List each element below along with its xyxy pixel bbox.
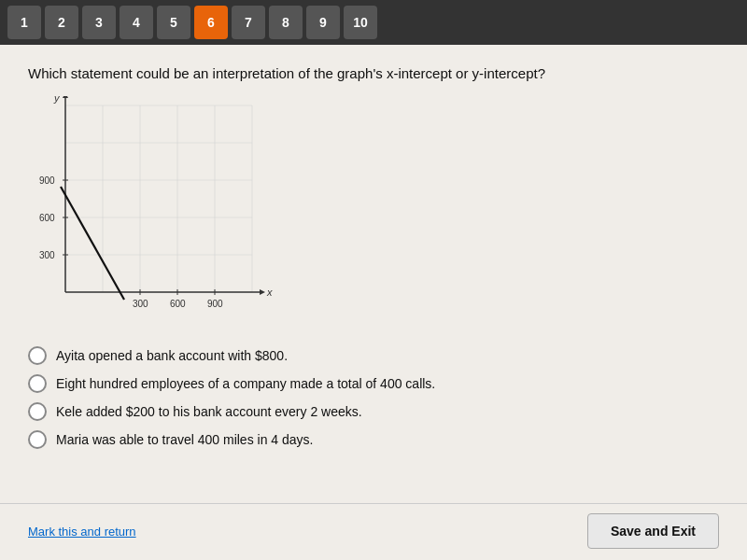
radio-a[interactable] xyxy=(28,346,47,365)
nav-btn-10[interactable]: 10 xyxy=(344,6,377,39)
svg-text:600: 600 xyxy=(170,299,186,309)
answer-choices: Ayita opened a bank account with $800.Ei… xyxy=(28,346,719,449)
radio-d[interactable] xyxy=(28,430,47,449)
graph-wrapper: y x 300 600 900 300 600 900 xyxy=(28,96,280,329)
choice-label-c: Kele added $200 to his bank account ever… xyxy=(56,404,362,419)
nav-btn-4[interactable]: 4 xyxy=(120,6,153,39)
choice-label-a: Ayita opened a bank account with $800. xyxy=(56,348,288,363)
nav-btn-8[interactable]: 8 xyxy=(269,6,303,39)
nav-btn-2[interactable]: 2 xyxy=(45,6,78,39)
graph-container: y x 300 600 900 300 600 900 xyxy=(28,96,719,329)
choice-item-b[interactable]: Eight hundred employees of a company mad… xyxy=(28,374,719,393)
mark-return-link[interactable]: Mark this and return xyxy=(28,525,136,539)
nav-btn-1[interactable]: 1 xyxy=(7,6,41,39)
choice-item-c[interactable]: Kele added $200 to his bank account ever… xyxy=(28,402,719,421)
nav-btn-7[interactable]: 7 xyxy=(232,6,265,39)
svg-text:x: x xyxy=(266,287,273,298)
svg-text:300: 300 xyxy=(39,250,55,260)
svg-text:600: 600 xyxy=(39,213,55,223)
svg-text:900: 900 xyxy=(207,299,223,309)
radio-b[interactable] xyxy=(28,374,47,393)
bottom-bar: Mark this and return Save and Exit xyxy=(0,503,747,560)
choice-item-a[interactable]: Ayita opened a bank account with $800. xyxy=(28,346,719,365)
nav-btn-9[interactable]: 9 xyxy=(306,6,340,39)
svg-text:300: 300 xyxy=(133,299,148,309)
question-text: Which statement could be an interpretati… xyxy=(28,63,719,83)
save-exit-button[interactable]: Save and Exit xyxy=(587,513,719,549)
nav-btn-5[interactable]: 5 xyxy=(157,6,190,39)
question-nav: 12345678910 xyxy=(0,0,747,45)
svg-marker-15 xyxy=(63,96,68,98)
svg-line-30 xyxy=(61,187,124,300)
choice-label-b: Eight hundred employees of a company mad… xyxy=(56,376,435,391)
graph-svg: y x 300 600 900 300 600 900 xyxy=(28,96,280,329)
svg-text:900: 900 xyxy=(39,175,55,186)
radio-c[interactable] xyxy=(28,402,47,421)
nav-btn-3[interactable]: 3 xyxy=(82,6,116,39)
choice-label-d: Maria was able to travel 400 miles in 4 … xyxy=(56,432,313,447)
svg-text:y: y xyxy=(53,96,61,104)
choice-item-d[interactable]: Maria was able to travel 400 miles in 4 … xyxy=(28,430,719,449)
main-content: Which statement could be an interpretati… xyxy=(0,45,747,503)
nav-btn-6[interactable]: 6 xyxy=(194,6,228,39)
svg-marker-13 xyxy=(260,289,265,295)
